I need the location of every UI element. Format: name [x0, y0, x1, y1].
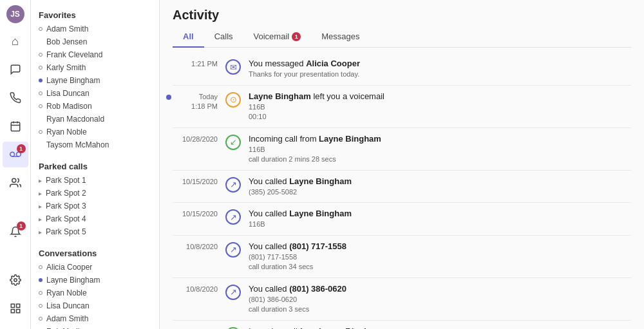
avatar-initials: JS — [10, 10, 20, 19]
activity-content: You called Layne Bingham116B — [249, 208, 631, 230]
grid-icon[interactable] — [3, 296, 28, 321]
park-bullet: ▸ — [39, 177, 42, 184]
activity-sub2-text: call duration 2 mins 28 secs — [249, 155, 631, 164]
sidebar-favorite-item[interactable]: Frank Cleveland — [31, 48, 159, 61]
svg-point-4 — [10, 152, 14, 156]
main-header: Activity AllCallsVoicemail1Messages — [160, 0, 644, 48]
sidebar-conversation-item[interactable]: Layne Bingham — [31, 274, 159, 287]
home-icon[interactable]: ⌂ — [3, 28, 28, 54]
activity-item[interactable]: 9/17/2020↙Incoming call from Layne Bingh… — [160, 321, 644, 329]
sidebar-favorite-item[interactable]: Ryan Macdonald — [31, 113, 159, 126]
activity-icon-wrap: ↗ — [224, 208, 242, 226]
activity-content: You called (801) 717-1558(801) 717-1558c… — [249, 241, 631, 272]
activity-time: 10/8/2020 — [173, 283, 224, 294]
nav-sidebar: JS ⌂ 1 1 — [0, 0, 31, 329]
sidebar-park-item[interactable]: ▸Park Spot 3 — [31, 200, 159, 212]
sidebar-park-item[interactable]: ▸Park Spot 4 — [31, 212, 159, 225]
svg-rect-9 — [11, 304, 14, 307]
voicemail-icon: ⊙ — [225, 92, 241, 108]
sidebar-favorite-item[interactable]: Bob Jensen — [31, 35, 159, 48]
sidebar-favorite-item[interactable]: Ryan Noble — [31, 126, 159, 138]
activity-main-text: You called Layne Bingham — [249, 176, 631, 187]
tab-badge: 1 — [292, 32, 301, 41]
calendar-icon[interactable] — [3, 113, 28, 139]
activity-time: 10/15/2020 — [173, 176, 224, 187]
main-content: Activity AllCallsVoicemail1Messages 1:21… — [160, 0, 644, 329]
activity-sub-text: (801) 386-0620 — [249, 295, 631, 305]
sidebar-favorite-item[interactable]: Karly Smith — [31, 61, 159, 74]
tab-messages[interactable]: Messages — [311, 28, 370, 48]
svg-point-8 — [14, 279, 17, 282]
activity-main-text: You called (801) 717-1558 — [249, 241, 631, 252]
unread-indicator — [166, 95, 171, 100]
sidebar: Favorites Adam SmithBob JensenFrank Clev… — [31, 0, 160, 329]
activity-sub-text: 116B — [249, 102, 631, 112]
sidebar-conversation-item[interactable]: Ryan Noble — [31, 287, 159, 299]
activity-icon-wrap: ↙ — [224, 133, 242, 151]
sidebar-park-item[interactable]: ▸Park Spot 5 — [31, 225, 159, 238]
outgoing-icon: ↗ — [225, 242, 241, 258]
activity-item[interactable]: Today1:18 PM⊙Layne Bingham left you a vo… — [160, 86, 644, 127]
tabs-bar: AllCallsVoicemail1Messages — [173, 28, 631, 48]
activity-content: Layne Bingham left you a voicemail116B00… — [249, 91, 631, 122]
sidebar-favorite-item[interactable]: Layne Bingham — [31, 74, 159, 87]
sidebar-favorite-item[interactable]: Lisa Duncan — [31, 87, 159, 100]
activity-sub-text: 116B — [249, 220, 631, 229]
phone-icon[interactable] — [3, 85, 28, 111]
activity-time: Today1:18 PM — [173, 91, 224, 112]
voicemail-nav-icon[interactable]: 1 — [3, 142, 28, 167]
tab-all[interactable]: All — [173, 28, 204, 48]
outgoing-icon: ↗ — [225, 285, 241, 300]
favorites-list: Adam SmithBob JensenFrank ClevelandKarly… — [31, 23, 159, 151]
activity-sub2-text: 00:10 — [249, 112, 631, 122]
park-bullet: ▸ — [39, 190, 42, 197]
tab-calls[interactable]: Calls — [204, 28, 243, 48]
park-bullet: ▸ — [39, 229, 42, 236]
activity-icon-wrap: ⊙ — [224, 91, 242, 109]
sidebar-favorite-item[interactable]: Rob Madison — [31, 100, 159, 113]
activity-sub-text: Thanks for your presentation today. — [249, 70, 631, 79]
sidebar-park-item[interactable]: ▸Park Spot 1 — [31, 174, 159, 187]
activity-content: Incoming call from Layne Bingham116B — [249, 326, 631, 329]
activity-content: You called (801) 386-0620(801) 386-0620c… — [249, 283, 631, 315]
settings-icon[interactable] — [3, 267, 28, 293]
svg-rect-10 — [16, 304, 19, 307]
activity-icon-wrap: ↗ — [224, 283, 242, 301]
page-title: Activity — [173, 8, 631, 23]
activity-item[interactable]: 10/28/2020↙Incoming call from Layne Bing… — [160, 128, 644, 170]
activity-item[interactable]: 10/15/2020↗You called Layne Bingham116B — [160, 203, 644, 235]
activity-item[interactable]: 10/8/2020↗You called (801) 386-0620(801)… — [160, 278, 644, 320]
sidebar-conversation-item[interactable]: Adam Smith — [31, 312, 159, 325]
conversations-list: Alicia CooperLayne BinghamRyan NobleLisa… — [31, 261, 159, 329]
user-avatar[interactable]: JS — [6, 5, 24, 23]
chat-icon[interactable] — [3, 57, 28, 82]
sidebar-favorite-item[interactable]: Taysom McMahon — [31, 138, 159, 151]
activity-time: 9/17/2020 — [173, 326, 224, 329]
park-bullet: ▸ — [39, 216, 42, 223]
sidebar-conversation-item[interactable]: Lisa Duncan — [31, 299, 159, 312]
sidebar-conversation-item[interactable]: Alicia Cooper — [31, 261, 159, 274]
activity-time: 10/28/2020 — [173, 133, 224, 144]
outgoing-icon: ↗ — [225, 209, 241, 225]
activity-icon-wrap: ↗ — [224, 176, 242, 194]
svg-rect-12 — [11, 310, 14, 313]
svg-rect-11 — [16, 310, 19, 313]
activity-item[interactable]: 1:21 PM✉You messaged Alicia CooperThanks… — [160, 53, 644, 85]
sidebar-favorite-item[interactable]: Adam Smith — [31, 23, 159, 35]
sidebar-park-item[interactable]: ▸Park Spot 2 — [31, 187, 159, 200]
activity-main-text: You called (801) 386-0620 — [249, 283, 631, 295]
people-icon[interactable] — [3, 170, 28, 196]
activity-time: 10/8/2020 — [173, 241, 224, 252]
parked-calls-list: ▸Park Spot 1▸Park Spot 2▸Park Spot 3▸Par… — [31, 174, 159, 238]
sidebar-conversation-item[interactable]: Rob Madison — [31, 325, 159, 329]
activity-main-text: You called Layne Bingham — [249, 208, 631, 220]
activity-content: Incoming call from Layne Bingham116Bcall… — [249, 133, 631, 165]
activity-bell-icon[interactable]: 1 — [3, 219, 28, 245]
activity-sub-text: 116B — [249, 145, 631, 155]
conversations-title: Conversations — [31, 243, 159, 261]
activity-item[interactable]: 10/8/2020↗You called (801) 717-1558(801)… — [160, 236, 644, 277]
activity-sub-text: (801) 717-1558 — [249, 252, 631, 262]
tab-voicemail[interactable]: Voicemail1 — [243, 28, 312, 48]
incoming-icon: ↙ — [225, 135, 241, 150]
activity-item[interactable]: 10/15/2020↗You called Layne Bingham(385)… — [160, 171, 644, 203]
